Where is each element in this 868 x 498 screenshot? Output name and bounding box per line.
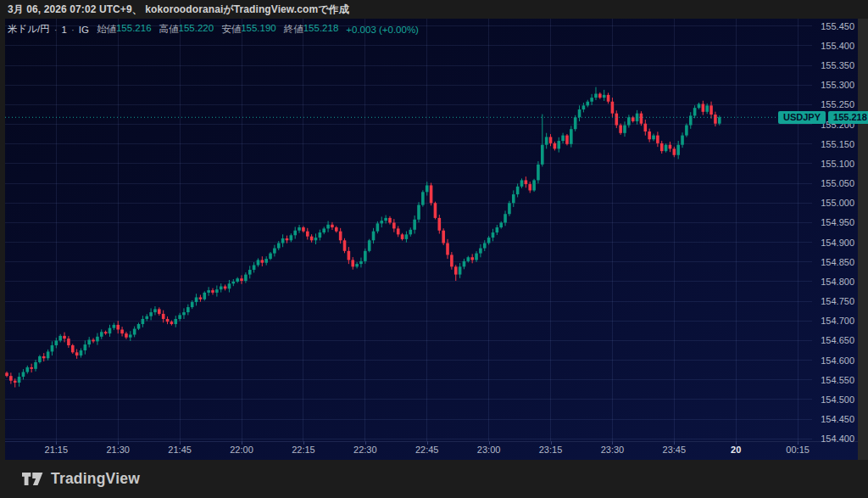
symbol-description[interactable]: 米ドル/円 · 1 · IG <box>8 23 89 36</box>
price-axis-label: 155.150 <box>821 139 854 149</box>
symbol-title[interactable]: 米ドル/円 <box>8 23 50 36</box>
candle <box>257 260 260 265</box>
candle <box>248 270 252 275</box>
candle <box>277 243 281 249</box>
ohlc-high: 高値155.220 <box>159 23 214 36</box>
candle <box>475 254 478 260</box>
price-axis-label: 155.050 <box>821 178 854 188</box>
interval-label[interactable]: 1 <box>62 25 67 35</box>
candle <box>627 117 631 125</box>
candle <box>582 105 586 109</box>
candle <box>355 264 359 266</box>
candle <box>191 302 194 307</box>
candle <box>417 205 420 220</box>
candle <box>228 283 231 288</box>
candle <box>705 105 709 111</box>
candle <box>520 180 524 186</box>
candle <box>224 287 227 289</box>
candle <box>55 340 58 345</box>
candle <box>34 362 37 369</box>
candle <box>615 114 618 126</box>
price-axis-label: 155.100 <box>821 159 854 169</box>
candle <box>528 184 531 190</box>
candle <box>96 337 99 342</box>
price-axis-label: 155.350 <box>821 60 854 70</box>
chart-legend: 米ドル/円 · 1 · IG 始値155.216 高値155.220 安値155… <box>8 23 419 36</box>
candle <box>603 95 606 98</box>
candle <box>26 367 30 372</box>
candle <box>376 223 380 231</box>
candle <box>339 232 342 241</box>
candle <box>75 352 79 355</box>
candle <box>702 104 705 112</box>
candle <box>63 336 66 339</box>
candle <box>104 332 108 333</box>
candle <box>120 329 124 333</box>
candle <box>644 124 648 131</box>
candle <box>409 230 412 235</box>
candle <box>153 309 157 312</box>
candle <box>454 266 458 274</box>
tradingview-snapshot: 3月 06, 2026 07:02 UTC+9、 kokoroodoranaiが… <box>0 0 868 498</box>
ohlc-close: 終値155.218 <box>284 23 339 36</box>
candle <box>302 227 305 232</box>
candle <box>310 237 314 241</box>
candle <box>508 203 511 214</box>
candle <box>669 145 672 149</box>
tradingview-logo-icon[interactable] <box>22 473 43 485</box>
candle <box>38 356 42 362</box>
candle <box>125 333 128 338</box>
candle <box>137 324 141 329</box>
candle <box>5 372 8 376</box>
candle <box>397 228 400 234</box>
price-change: +0.003 (+0.00%) <box>346 25 419 35</box>
price-axis-label: 154.900 <box>821 238 854 248</box>
candle <box>709 105 713 115</box>
candle <box>623 126 626 133</box>
ohlc-low: 安値155.190 <box>221 23 276 36</box>
candle <box>698 104 701 109</box>
candle <box>215 289 219 293</box>
legend-separator: · <box>54 25 58 35</box>
candle <box>359 261 363 264</box>
candlestick-plot[interactable] <box>5 19 858 441</box>
candle <box>232 282 236 283</box>
price-axis-label: 154.950 <box>821 217 854 227</box>
last-price-badge[interactable]: USDJPY 155.218 <box>778 111 868 124</box>
candle <box>557 141 560 148</box>
candle <box>718 117 721 123</box>
time-axis-label: 20 <box>731 445 741 455</box>
candle <box>388 218 392 223</box>
time-axis-label: 22:15 <box>292 445 315 455</box>
price-axis-label: 154.550 <box>821 375 854 385</box>
candle <box>14 381 17 383</box>
tradingview-logo-text[interactable]: TradingView <box>51 470 140 488</box>
candle <box>405 234 409 239</box>
candle <box>652 136 655 140</box>
candle <box>512 194 515 203</box>
price-axis-label: 154.750 <box>821 296 854 306</box>
candle <box>9 376 13 381</box>
candle <box>240 278 243 281</box>
candle <box>594 93 598 98</box>
candle <box>293 231 297 236</box>
candle <box>343 240 347 251</box>
candle <box>463 261 466 266</box>
candle <box>665 145 668 151</box>
candle <box>442 231 445 243</box>
candle <box>166 319 170 322</box>
candle <box>199 297 203 299</box>
candle <box>578 109 581 117</box>
candle <box>384 218 387 221</box>
window-edge <box>858 19 868 460</box>
candle <box>401 234 404 239</box>
candle <box>290 235 293 240</box>
candle <box>372 232 376 241</box>
candle <box>611 102 615 114</box>
candle <box>574 117 577 129</box>
candle <box>186 307 190 312</box>
candle <box>714 115 717 124</box>
time-axis-label: 21:45 <box>168 445 192 455</box>
candle <box>685 126 688 136</box>
candle <box>640 114 643 124</box>
